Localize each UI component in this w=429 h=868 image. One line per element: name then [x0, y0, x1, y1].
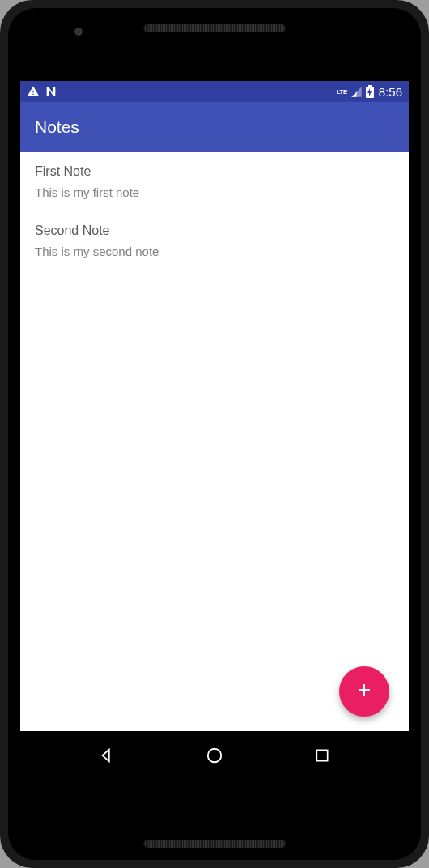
speaker-top	[144, 24, 286, 32]
speaker-bottom	[144, 840, 286, 848]
svg-point-0	[208, 748, 222, 762]
android-n-icon	[45, 85, 57, 98]
network-type-label: LTE	[337, 88, 347, 96]
warning-icon	[27, 85, 40, 98]
screen: LTE 8:56 Notes First Note This is my fir…	[20, 81, 409, 779]
app-bar: Notes	[20, 102, 409, 152]
front-camera	[74, 28, 83, 36]
phone-inner: LTE 8:56 Notes First Note This is my fir…	[8, 8, 421, 860]
nav-recent-button[interactable]	[298, 747, 346, 764]
navigation-bar	[20, 731, 409, 779]
status-bar: LTE 8:56	[20, 81, 409, 102]
list-item[interactable]: First Note This is my first note	[20, 152, 409, 211]
note-title: Second Note	[35, 223, 394, 238]
status-left	[27, 85, 57, 98]
svg-rect-1	[317, 750, 328, 760]
list-item[interactable]: Second Note This is my second note	[20, 211, 409, 270]
status-right: LTE 8:56	[337, 85, 402, 99]
phone-frame: LTE 8:56 Notes First Note This is my fir…	[0, 0, 429, 868]
nav-home-button[interactable]	[190, 747, 239, 764]
clock: 8:56	[379, 85, 402, 99]
content-area[interactable]: First Note This is my first note Second …	[20, 152, 409, 731]
app-title: Notes	[35, 117, 79, 137]
battery-charging-icon	[366, 85, 374, 98]
add-note-button[interactable]	[339, 666, 389, 717]
signal-icon	[350, 86, 363, 98]
note-body: This is my first note	[35, 185, 394, 199]
nav-back-button[interactable]	[83, 747, 131, 764]
plus-icon	[355, 680, 374, 703]
note-body: This is my second note	[35, 245, 394, 258]
note-title: First Note	[35, 164, 394, 179]
